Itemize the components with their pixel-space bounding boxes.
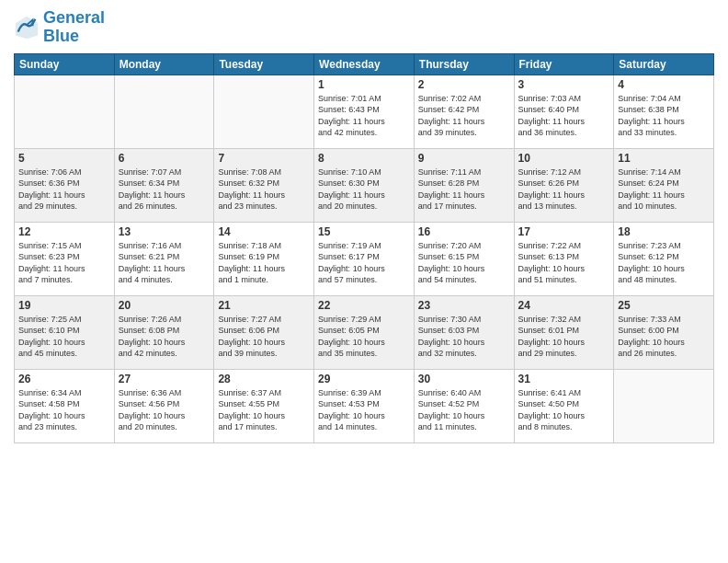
day-number: 21 [218, 299, 310, 312]
cell-info: Sunrise: 7:06 AM Sunset: 6:36 PM Dayligh… [18, 167, 110, 213]
calendar-cell: 29Sunrise: 6:39 AM Sunset: 4:53 PM Dayli… [314, 369, 415, 442]
calendar-cell [614, 369, 714, 442]
cell-info: Sunrise: 6:37 AM Sunset: 4:55 PM Dayligh… [218, 387, 310, 433]
calendar-cell: 22Sunrise: 7:29 AM Sunset: 6:05 PM Dayli… [314, 295, 415, 369]
cell-info: Sunrise: 7:08 AM Sunset: 6:32 PM Dayligh… [218, 167, 310, 213]
calendar-cell: 26Sunrise: 6:34 AM Sunset: 4:58 PM Dayli… [15, 369, 115, 442]
day-number: 14 [218, 225, 310, 238]
cell-info: Sunrise: 6:39 AM Sunset: 4:53 PM Dayligh… [318, 387, 410, 433]
calendar-cell: 7Sunrise: 7:08 AM Sunset: 6:32 PM Daylig… [214, 148, 314, 222]
calendar-week-row: 26Sunrise: 6:34 AM Sunset: 4:58 PM Dayli… [15, 369, 714, 442]
calendar-cell: 23Sunrise: 7:30 AM Sunset: 6:03 PM Dayli… [414, 295, 514, 369]
day-number: 9 [418, 152, 510, 165]
day-number: 1 [318, 78, 410, 91]
calendar-cell [114, 75, 214, 148]
page-header: General Blue [14, 9, 714, 46]
calendar-week-row: 12Sunrise: 7:15 AM Sunset: 6:23 PM Dayli… [15, 222, 714, 295]
cell-info: Sunrise: 7:22 AM Sunset: 6:13 PM Dayligh… [518, 240, 610, 286]
day-number: 6 [119, 152, 210, 165]
day-number: 2 [418, 78, 510, 91]
cell-info: Sunrise: 7:25 AM Sunset: 6:10 PM Dayligh… [18, 314, 110, 360]
day-number: 25 [618, 299, 710, 312]
logo-icon [14, 15, 40, 40]
calendar-cell: 27Sunrise: 6:36 AM Sunset: 4:56 PM Dayli… [114, 369, 214, 442]
cell-info: Sunrise: 7:23 AM Sunset: 6:12 PM Dayligh… [618, 240, 710, 286]
day-number: 22 [318, 299, 410, 312]
day-number: 10 [518, 152, 610, 165]
cell-info: Sunrise: 7:19 AM Sunset: 6:17 PM Dayligh… [318, 240, 410, 286]
cell-info: Sunrise: 7:14 AM Sunset: 6:24 PM Dayligh… [618, 167, 710, 213]
calendar-cell: 5Sunrise: 7:06 AM Sunset: 6:36 PM Daylig… [15, 148, 115, 222]
calendar-cell: 12Sunrise: 7:15 AM Sunset: 6:23 PM Dayli… [15, 222, 115, 295]
day-number: 4 [618, 78, 710, 91]
day-number: 26 [18, 373, 110, 385]
calendar-table: SundayMondayTuesdayWednesdayThursdayFrid… [14, 53, 714, 443]
cell-info: Sunrise: 7:27 AM Sunset: 6:06 PM Dayligh… [218, 314, 310, 360]
calendar-cell: 8Sunrise: 7:10 AM Sunset: 6:30 PM Daylig… [314, 148, 415, 222]
day-number: 11 [618, 152, 710, 165]
calendar-week-row: 1Sunrise: 7:01 AM Sunset: 6:43 PM Daylig… [15, 75, 714, 148]
calendar-cell: 16Sunrise: 7:20 AM Sunset: 6:15 PM Dayli… [414, 222, 514, 295]
cell-info: Sunrise: 7:26 AM Sunset: 6:08 PM Dayligh… [119, 314, 210, 360]
cell-info: Sunrise: 6:36 AM Sunset: 4:56 PM Dayligh… [119, 387, 210, 433]
calendar-cell: 3Sunrise: 7:03 AM Sunset: 6:40 PM Daylig… [514, 75, 614, 148]
day-number: 20 [119, 299, 210, 312]
calendar-cell: 28Sunrise: 6:37 AM Sunset: 4:55 PM Dayli… [214, 369, 314, 442]
calendar-cell: 20Sunrise: 7:26 AM Sunset: 6:08 PM Dayli… [114, 295, 214, 369]
calendar-cell: 9Sunrise: 7:11 AM Sunset: 6:28 PM Daylig… [414, 148, 514, 222]
cell-info: Sunrise: 7:11 AM Sunset: 6:28 PM Dayligh… [418, 167, 510, 213]
day-number: 23 [418, 299, 510, 312]
cell-info: Sunrise: 7:04 AM Sunset: 6:38 PM Dayligh… [618, 93, 710, 139]
calendar-cell: 10Sunrise: 7:12 AM Sunset: 6:26 PM Dayli… [514, 148, 614, 222]
weekday-header-monday: Monday [114, 53, 214, 75]
cell-info: Sunrise: 7:10 AM Sunset: 6:30 PM Dayligh… [318, 167, 410, 213]
day-number: 16 [418, 225, 510, 238]
day-number: 5 [18, 152, 110, 165]
calendar-cell [15, 75, 115, 148]
day-number: 28 [218, 373, 310, 385]
calendar-cell: 6Sunrise: 7:07 AM Sunset: 6:34 PM Daylig… [114, 148, 214, 222]
cell-info: Sunrise: 6:41 AM Sunset: 4:50 PM Dayligh… [518, 387, 610, 433]
cell-info: Sunrise: 7:15 AM Sunset: 6:23 PM Dayligh… [18, 240, 110, 286]
cell-info: Sunrise: 7:32 AM Sunset: 6:01 PM Dayligh… [518, 314, 610, 360]
calendar-cell: 15Sunrise: 7:19 AM Sunset: 6:17 PM Dayli… [314, 222, 415, 295]
cell-info: Sunrise: 7:07 AM Sunset: 6:34 PM Dayligh… [119, 167, 210, 213]
day-number: 12 [18, 225, 110, 238]
calendar-cell: 11Sunrise: 7:14 AM Sunset: 6:24 PM Dayli… [614, 148, 714, 222]
calendar-cell: 1Sunrise: 7:01 AM Sunset: 6:43 PM Daylig… [314, 75, 415, 148]
logo: General Blue [14, 9, 105, 46]
day-number: 29 [318, 373, 410, 385]
weekday-header-thursday: Thursday [414, 53, 514, 75]
calendar-cell: 13Sunrise: 7:16 AM Sunset: 6:21 PM Dayli… [114, 222, 214, 295]
cell-info: Sunrise: 6:40 AM Sunset: 4:52 PM Dayligh… [418, 387, 510, 433]
cell-info: Sunrise: 6:34 AM Sunset: 4:58 PM Dayligh… [18, 387, 110, 433]
calendar-cell: 31Sunrise: 6:41 AM Sunset: 4:50 PM Dayli… [514, 369, 614, 442]
weekday-header-sunday: Sunday [15, 53, 115, 75]
calendar-cell: 19Sunrise: 7:25 AM Sunset: 6:10 PM Dayli… [15, 295, 115, 369]
day-number: 15 [318, 225, 410, 238]
calendar-cell: 14Sunrise: 7:18 AM Sunset: 6:19 PM Dayli… [214, 222, 314, 295]
calendar-cell: 17Sunrise: 7:22 AM Sunset: 6:13 PM Dayli… [514, 222, 614, 295]
calendar-cell: 24Sunrise: 7:32 AM Sunset: 6:01 PM Dayli… [514, 295, 614, 369]
cell-info: Sunrise: 7:20 AM Sunset: 6:15 PM Dayligh… [418, 240, 510, 286]
weekday-header-wednesday: Wednesday [314, 53, 415, 75]
calendar-week-row: 19Sunrise: 7:25 AM Sunset: 6:10 PM Dayli… [15, 295, 714, 369]
day-number: 30 [418, 373, 510, 385]
cell-info: Sunrise: 7:30 AM Sunset: 6:03 PM Dayligh… [418, 314, 510, 360]
cell-info: Sunrise: 7:29 AM Sunset: 6:05 PM Dayligh… [318, 314, 410, 360]
calendar-cell: 2Sunrise: 7:02 AM Sunset: 6:42 PM Daylig… [414, 75, 514, 148]
day-number: 31 [518, 373, 610, 385]
page-container: General Blue SundayMondayTuesdayWednesda… [0, 0, 728, 453]
calendar-cell: 4Sunrise: 7:04 AM Sunset: 6:38 PM Daylig… [614, 75, 714, 148]
cell-info: Sunrise: 7:33 AM Sunset: 6:00 PM Dayligh… [618, 314, 710, 360]
cell-info: Sunrise: 7:03 AM Sunset: 6:40 PM Dayligh… [518, 93, 610, 139]
weekday-header-tuesday: Tuesday [214, 53, 314, 75]
day-number: 19 [18, 299, 110, 312]
day-number: 18 [618, 225, 710, 238]
day-number: 27 [119, 373, 210, 385]
weekday-header-saturday: Saturday [614, 53, 714, 75]
day-number: 7 [218, 152, 310, 165]
cell-info: Sunrise: 7:01 AM Sunset: 6:43 PM Dayligh… [318, 93, 410, 139]
day-number: 8 [318, 152, 410, 165]
day-number: 24 [518, 299, 610, 312]
